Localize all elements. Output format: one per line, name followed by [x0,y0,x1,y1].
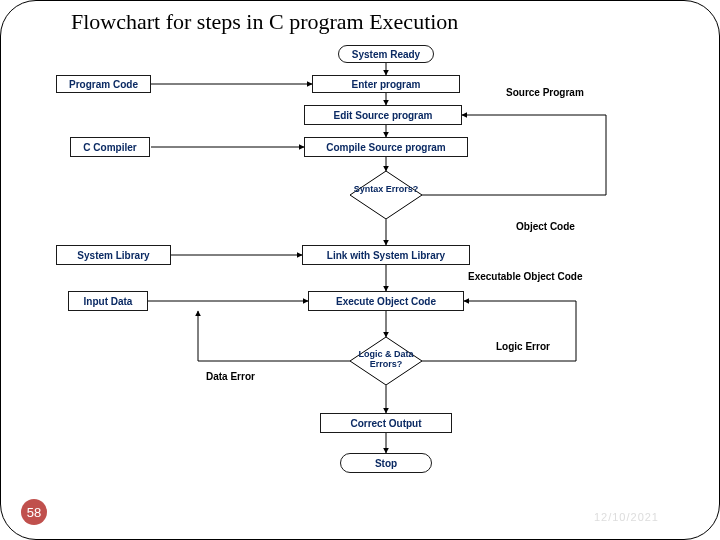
terminal-system-ready: System Ready [338,45,434,63]
input-c-compiler: C Compiler [70,137,150,157]
decision-logic-data-label: Logic & Data Errors? [350,350,422,370]
terminal-stop: Stop [340,453,432,473]
flowchart: System Ready Enter program Edit Source p… [56,45,666,520]
step-execute-object: Execute Object Code [308,291,464,311]
page-title: Flowchart for steps in C program Executi… [71,9,458,35]
input-system-library: System Library [56,245,171,265]
decision-syntax-errors [350,171,422,219]
label-executable-object-code: Executable Object Code [468,271,582,282]
step-edit-source: Edit Source program [304,105,462,125]
svg-marker-13 [350,171,422,219]
label-source-program: Source Program [506,87,584,98]
step-correct-output: Correct Output [320,413,452,433]
label-object-code: Object Code [516,221,575,232]
decision-syntax-label: Syntax Errors? [350,185,422,195]
input-program-code: Program Code [56,75,151,93]
input-input-data: Input Data [68,291,148,311]
label-data-error: Data Error [206,371,255,382]
step-enter-program: Enter program [312,75,460,93]
step-link-library: Link with System Library [302,245,470,265]
page-number-badge: 58 [21,499,47,525]
step-compile-source: Compile Source program [304,137,468,157]
label-logic-error: Logic Error [496,341,550,352]
